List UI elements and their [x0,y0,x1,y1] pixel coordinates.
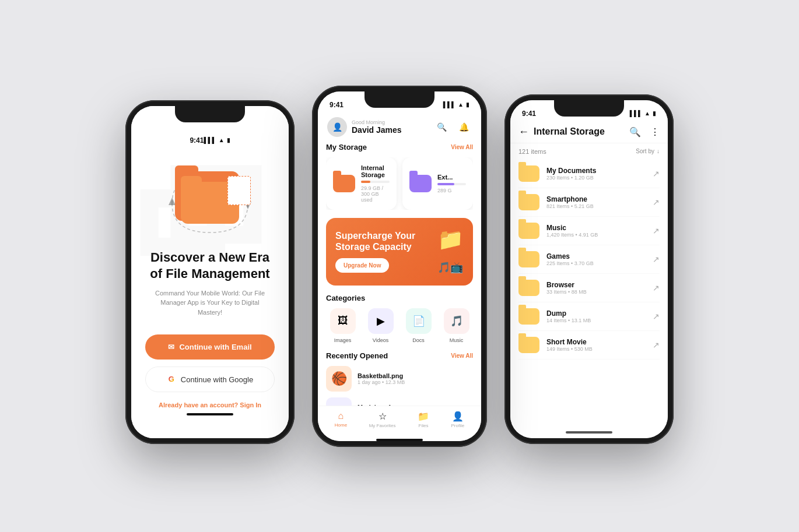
more-action-button[interactable]: ⋮ [650,126,660,138]
user-greeting-block: Good Morning David James [352,119,402,135]
avatar: 👤 [327,117,347,137]
continue-email-button[interactable]: ✉ Continue with Email [145,334,275,360]
notch [175,106,245,122]
email-icon: ✉ [168,343,174,351]
folder-name-0: My Documents [546,167,646,175]
folder-list: My Documents 230 Items • 1.20 GB ↗ Smart… [510,160,668,428]
promo-banner: Supercharge Your Storage Capacity Upgrad… [326,218,473,286]
internal-storage-info: Internal Storage 29.9 GB / 300 GB used [361,164,390,203]
user-info: 👤 Good Morning David James [327,117,402,137]
folder-icon-3 [518,251,539,267]
category-videos[interactable]: ▶ Videos [364,308,397,343]
external-storage-icon [409,175,432,192]
view-all-storage[interactable]: View All [451,144,473,150]
google-icon: G [167,375,176,384]
folder-icon-0 [518,165,539,182]
folder-item[interactable]: Dump 14 Items • 13.1 MB ↗ [518,302,660,331]
folder-info-0: My Documents 230 Items • 1.20 GB [546,167,646,181]
folder-name-1: Smartphone [546,195,646,203]
folder-meta-3: 225 Items • 3.70 GB [546,260,646,266]
search-action-button[interactable]: 🔍 [629,126,641,138]
music-icon-box: 🎵 [444,308,469,334]
status-icons-storage: ▌▌▌ ▲ ▮ [630,110,656,117]
profile-nav-label: Profile [451,423,465,428]
nav-profile[interactable]: 👤 Profile [451,411,465,428]
notch-storage [554,100,624,117]
battery-icon-storage: ▮ [653,110,656,117]
external-storage-fill [437,183,454,185]
internal-storage-fill [361,181,370,183]
internal-storage-card[interactable]: Internal Storage 29.9 GB / 300 GB used [326,157,397,210]
view-all-recent[interactable]: View All [451,353,473,359]
categories-title: Categories [326,294,365,302]
external-storage-card[interactable]: Ext... 289 G [402,157,473,210]
folder-name-3: Games [546,252,646,260]
phones-container: 9:41 ▌▌▌ ▲ ▮ [125,86,674,447]
folder-item[interactable]: Browser 33 Items • 88 MB ↗ [518,274,660,302]
videos-label: Videos [373,337,388,343]
category-music[interactable]: 🎵 Music [440,308,473,343]
status-time-storage: 9:41 [522,110,536,118]
folder-meta-2: 1,420 Items • 4.91 GB [546,232,646,238]
promo-title: Supercharge Your Storage Capacity [335,230,437,252]
folder-item[interactable]: My Documents 230 Items • 1.20 GB ↗ [518,160,660,188]
folder-arrow-4: ↗ [653,283,660,293]
folder-arrow-1: ↗ [653,198,660,207]
folder-meta-0: 230 Items • 1.20 GB [546,175,646,181]
folder-icon-6 [518,337,539,353]
upgrade-button[interactable]: Upgrade Now [335,258,389,273]
images-icon-box: 🖼 [330,308,356,334]
folder-meta-1: 821 Items • 5.21 GB [546,203,646,209]
external-storage-info: Ext... 289 G [437,174,466,193]
category-docs[interactable]: 📄 Docs [402,308,435,343]
profile-nav-icon: 👤 [452,411,464,422]
docs-icon-box: 📄 [406,308,432,334]
external-storage-name: Ext... [437,174,466,181]
sort-button[interactable]: Sort by ↓ [636,148,660,154]
internal-storage-icon [333,175,355,192]
folder-item[interactable]: Short Movie 149 Items • 530 MB ↗ [518,331,660,360]
recent-item-1-name: Basketball.png [358,372,473,379]
music-label: Music [450,337,464,343]
notification-button[interactable]: 🔔 [455,119,472,135]
files-nav-label: Files [419,423,429,428]
folder-item[interactable]: Smartphone 821 Items • 5.21 GB ↗ [518,188,660,217]
recent-item-1-info: Basketball.png 1 day ago • 12.3 MB [358,372,473,385]
folder-name-2: Music [546,224,646,232]
user-name: David James [352,125,402,135]
wifi-icon-storage: ▲ [644,110,650,117]
folder-doc [227,176,251,205]
videos-icon-box: ▶ [368,308,394,334]
folder-item[interactable]: Music 1,420 Items • 4.91 GB ↗ [518,217,660,245]
recent-title: Recently Opened [326,351,388,360]
recent-header: Recently Opened View All [326,351,473,360]
home-indicator [187,413,233,415]
wifi-icon-home: ▲ [458,101,464,108]
recent-item-1[interactable]: 🏀 Basketball.png 1 day ago • 12.3 MB [326,366,473,392]
signin-link[interactable]: Sign In [240,401,261,408]
promo-illustration: 📁🎵📺 [437,227,464,276]
folder-arrow-6: ↗ [653,340,660,350]
continue-google-button[interactable]: G Continue with Google [145,367,275,392]
category-images[interactable]: 🖼 Images [326,308,359,343]
nav-home[interactable]: ⌂ Home [335,411,347,428]
status-icons-home: ▌▌▌ ▲ ▮ [443,101,469,108]
files-nav-icon: 📁 [418,411,429,422]
folder-icon-5 [518,308,539,325]
nav-files[interactable]: 📁 Files [418,411,429,428]
nav-favorites[interactable]: ☆ My Favorites [369,411,396,428]
recent-item-2[interactable]: ▶ Model.mp4 Today • 1.20 GB [326,397,473,406]
folder-arrow-5: ↗ [653,312,660,321]
search-button[interactable]: 🔍 [433,119,450,135]
video-thumb: ▶ [326,397,352,406]
status-time-home: 9:41 [330,101,344,109]
internal-storage-used: 29.9 GB / 300 GB used [361,185,390,203]
back-button[interactable]: ← [518,126,529,138]
home-header: 👤 Good Morning David James 🔍 🔔 [318,112,481,143]
folder-name-4: Browser [546,281,646,289]
folder-info-1: Smartphone 821 Items • 5.21 GB [546,195,646,209]
internal-storage-name: Internal Storage [361,164,390,178]
folder-item[interactable]: Games 225 Items • 3.70 GB ↗ [518,245,660,274]
folder-meta-6: 149 Items • 530 MB [546,346,646,352]
phone-home: 9:41 ▌▌▌ ▲ ▮ 👤 Good Morning David [312,86,487,447]
